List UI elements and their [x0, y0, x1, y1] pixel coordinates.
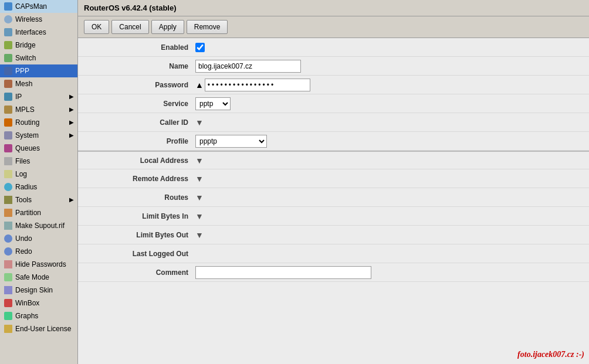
local-address-collapse-icon[interactable]: ▼: [195, 156, 204, 165]
capsман-icon: [4, 2, 13, 11]
sidebar-label-routing: Routing: [15, 118, 39, 127]
ok-button[interactable]: OK: [84, 20, 109, 34]
sidebar-item-partition[interactable]: Partition: [0, 206, 77, 219]
sidebar-label-ip: IP: [15, 93, 22, 101]
sidebar-label-ppp: PPP: [15, 67, 29, 75]
partition-icon: [4, 208, 13, 217]
sidebar-item-queues[interactable]: Queues: [0, 142, 77, 155]
comment-row: Comment: [78, 263, 589, 282]
sidebar-item-hide-passwords[interactable]: Hide Passwords: [0, 258, 77, 271]
name-input[interactable]: [195, 60, 301, 73]
limit-bytes-out-value: ▼: [195, 230, 589, 240]
password-input[interactable]: [205, 79, 310, 91]
limit-bytes-out-row: Limit Bytes Out ▼: [78, 226, 589, 244]
apply-button[interactable]: Apply: [151, 20, 184, 34]
sidebar-label-bridge: Bridge: [15, 41, 36, 49]
sidebar-item-tools[interactable]: Tools ▶: [0, 193, 77, 206]
enabled-checkbox[interactable]: [195, 43, 205, 52]
sidebar-item-mesh[interactable]: Mesh: [0, 77, 77, 90]
service-value: pptp l2tp sstp pppoe ovpn any: [195, 97, 589, 110]
remote-address-collapse-icon[interactable]: ▼: [195, 174, 204, 183]
limit-bytes-in-collapse-icon[interactable]: ▼: [195, 212, 204, 221]
name-label: Name: [78, 62, 195, 70]
log-icon: [4, 169, 13, 179]
mesh-icon: [4, 79, 13, 89]
local-address-label: Local Address: [78, 157, 195, 165]
sidebar-item-system[interactable]: System ▶: [0, 129, 77, 142]
remote-address-value: ▼: [195, 174, 589, 183]
sidebar-label-wireless: Wireless: [15, 15, 42, 23]
sidebar-label-radius: Radius: [15, 183, 37, 191]
title-bar: RouterOS v6.42.4 (stable): [78, 0, 589, 16]
sidebar-item-bridge[interactable]: Bridge: [0, 39, 77, 52]
caller-id-row: Caller ID ▼: [78, 113, 589, 132]
sidebar-item-switch[interactable]: Switch: [0, 52, 77, 64]
sidebar-item-routing[interactable]: Routing ▶: [0, 116, 77, 129]
comment-input[interactable]: [195, 266, 371, 279]
sidebar-item-make-supout[interactable]: Make Supout.rif: [0, 219, 77, 232]
queues-icon: [4, 144, 13, 153]
routes-label: Routes: [78, 193, 195, 202]
cancel-button[interactable]: Cancel: [111, 20, 148, 34]
sidebar-item-ppp[interactable]: PPP: [0, 64, 77, 77]
sidebar-item-end-user[interactable]: End-User License: [0, 322, 77, 335]
sidebar-item-log[interactable]: Log: [0, 168, 77, 181]
tools-icon: [4, 195, 13, 205]
routes-row: Routes ▼: [78, 188, 589, 207]
remote-address-label: Remote Address: [78, 175, 195, 183]
routing-icon: [4, 118, 13, 127]
caller-id-collapse-icon[interactable]: ▼: [195, 118, 204, 127]
sidebar-item-radius[interactable]: Radius: [0, 181, 77, 193]
radius-icon: [4, 182, 13, 192]
caller-id-label: Caller ID: [78, 118, 195, 127]
caller-id-value: ▼: [195, 118, 589, 127]
sidebar-label-graphs: Graphs: [15, 312, 38, 320]
limit-bytes-in-label: Limit Bytes In: [78, 212, 195, 220]
password-row: Password ▲: [78, 76, 589, 94]
limit-bytes-out-collapse-icon[interactable]: ▼: [195, 230, 204, 240]
sidebar-item-graphs[interactable]: Graphs: [0, 309, 77, 322]
sidebar-label-log: Log: [15, 170, 27, 178]
profile-value: ppptp default default-encryption: [195, 135, 589, 148]
local-address-value: ▼: [195, 156, 589, 165]
sidebar-item-undo[interactable]: Undo: [0, 232, 77, 245]
sidebar-item-ip[interactable]: IP ▶: [0, 90, 77, 103]
routes-collapse-icon[interactable]: ▼: [195, 193, 204, 202]
remove-button[interactable]: Remove: [187, 20, 228, 34]
sidebar-item-winbox[interactable]: WinBox: [0, 297, 77, 309]
limit-bytes-out-label: Limit Bytes Out: [78, 231, 195, 239]
sidebar-label-queues: Queues: [15, 144, 40, 152]
sidebar: CAPsMan Wireless Interfaces Bridge Switc…: [0, 0, 78, 364]
main-content: RouterOS v6.42.4 (stable) OK Cancel Appl…: [78, 0, 589, 364]
sidebar-label-partition: Partition: [15, 209, 41, 217]
sidebar-item-files[interactable]: Files: [0, 155, 77, 168]
sidebar-label-switch: Switch: [15, 54, 36, 62]
sidebar-item-redo[interactable]: Redo: [0, 245, 77, 258]
sidebar-item-wireless[interactable]: Wireless: [0, 13, 77, 26]
name-row: Name: [78, 57, 589, 76]
service-row: Service pptp l2tp sstp pppoe ovpn any: [78, 94, 589, 113]
sidebar-item-safe-mode[interactable]: Safe Mode: [0, 271, 77, 284]
make-supout-icon: [4, 221, 13, 230]
interfaces-icon: [4, 28, 13, 37]
ppp-icon: [4, 66, 13, 76]
toolbar: OK Cancel Apply Remove: [78, 16, 589, 38]
password-value: ▲: [195, 79, 589, 91]
profile-select[interactable]: ppptp default default-encryption: [195, 135, 267, 148]
sidebar-item-design-skin[interactable]: Design Skin: [0, 284, 77, 297]
ip-arrow: ▶: [69, 93, 74, 100]
sidebar-item-mpls[interactable]: MPLS ▶: [0, 103, 77, 116]
sidebar-label-undo: Undo: [15, 234, 32, 243]
routing-arrow: ▶: [69, 119, 74, 125]
password-reveal-icon[interactable]: ▲: [195, 80, 204, 90]
sidebar-label-mesh: Mesh: [15, 80, 32, 88]
profile-label: Profile: [78, 137, 195, 145]
watermark: foto.ijacek007.cz :-): [517, 350, 584, 359]
sidebar-label-redo: Redo: [15, 247, 32, 256]
files-icon: [4, 157, 13, 166]
sidebar-item-interfaces[interactable]: Interfaces: [0, 26, 77, 39]
hide-passwords-icon: [4, 260, 13, 269]
sidebar-item-capsman[interactable]: CAPsMan: [0, 0, 77, 13]
service-select[interactable]: pptp l2tp sstp pppoe ovpn any: [195, 97, 231, 110]
redo-icon: [4, 247, 13, 256]
